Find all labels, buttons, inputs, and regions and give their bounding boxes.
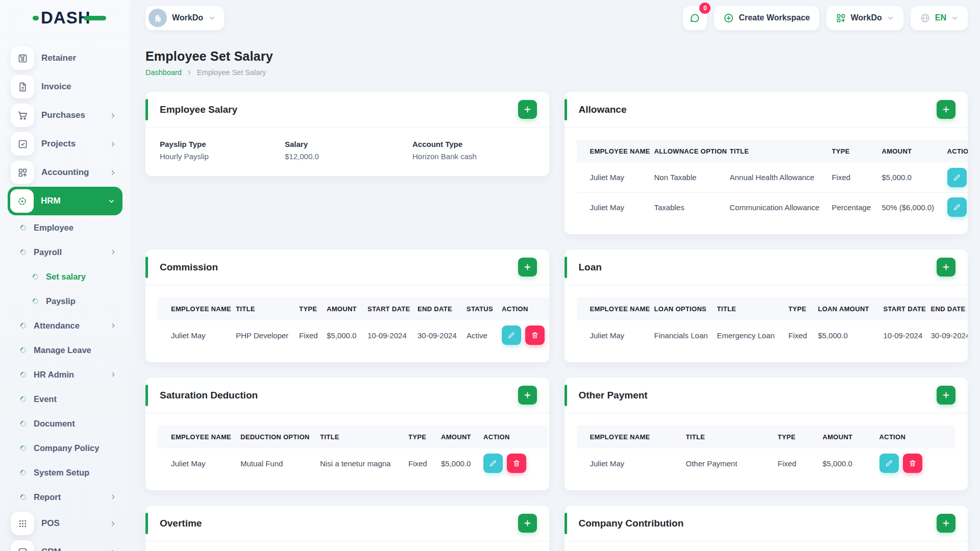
cards-grid: Employee Salary Payslip Type Hourly Pays… xyxy=(145,92,968,551)
bullet-icon xyxy=(19,395,27,403)
sidebar-item-manage-leave[interactable]: Manage Leave xyxy=(0,338,130,362)
status-text: Active xyxy=(467,320,502,350)
sidebar-item-event[interactable]: Event xyxy=(0,387,130,411)
sidebar-item-invoice[interactable]: Invoice xyxy=(0,72,130,101)
table-row: Juliet May Other Payment Fixed $5,000.0 xyxy=(577,448,955,478)
add-saturation-deduction-button[interactable] xyxy=(518,386,537,405)
sidebar-item-crm[interactable]: CRM xyxy=(0,538,130,551)
sidebar-item-employee[interactable]: Employee xyxy=(0,215,130,240)
chevron-right-icon xyxy=(110,322,117,329)
document-icon xyxy=(11,75,34,98)
breadcrumb-current: Employee Set Salary xyxy=(197,68,266,77)
add-overtime-button[interactable] xyxy=(518,514,537,533)
saturation-deduction-card: Saturation Deduction EMPLOYEE NAME DEDUC… xyxy=(145,378,549,490)
add-loan-button[interactable] xyxy=(937,258,955,277)
logo-text: DASH xyxy=(41,8,91,28)
breadcrumb-dashboard-link[interactable]: Dashboard xyxy=(145,68,182,77)
edit-button[interactable] xyxy=(483,454,503,473)
edit-button[interactable] xyxy=(947,168,967,187)
company-switcher[interactable]: WorkDo xyxy=(145,6,224,30)
sidebar-item-purchases[interactable]: Purchases xyxy=(0,101,130,130)
edit-button[interactable] xyxy=(502,325,521,345)
delete-button[interactable] xyxy=(903,454,922,473)
delete-button[interactable] xyxy=(525,325,545,345)
topbar: WorkDo 0 Create Workspace WorkDo xyxy=(145,0,968,36)
sidebar-item-hr-admin[interactable]: HR Admin xyxy=(0,362,130,387)
chevron-right-icon xyxy=(109,169,117,177)
add-other-payment-button[interactable] xyxy=(937,386,955,405)
card-accent-bar xyxy=(565,513,567,534)
edit-button[interactable] xyxy=(879,454,899,473)
messages-button[interactable]: 0 xyxy=(683,6,707,30)
chevron-right-icon xyxy=(109,520,117,528)
add-employee-salary-button[interactable] xyxy=(518,100,537,119)
company-avatar xyxy=(149,9,167,27)
card-accent-bar xyxy=(565,99,567,120)
edit-button[interactable] xyxy=(947,197,967,217)
check-square-icon xyxy=(11,132,34,156)
bullet-icon xyxy=(19,370,27,378)
table-header-row: EMPLOYEE NAME TITLE TYPE AMOUNT ACTION xyxy=(577,425,955,448)
logo-dash-icon xyxy=(33,16,39,20)
create-workspace-button[interactable]: Create Workspace xyxy=(714,6,819,30)
crm-icon xyxy=(11,540,34,551)
floppy-icon xyxy=(11,46,34,70)
table-row: Juliet May Mutual Fund Nisi a tenetur ma… xyxy=(158,448,548,478)
chevron-down-icon xyxy=(108,197,115,205)
card-title: Employee Salary xyxy=(160,104,518,115)
grid-plus-icon xyxy=(836,13,846,23)
bullet-icon xyxy=(19,321,27,329)
hrm-icon xyxy=(10,189,34,213)
chevron-right-icon xyxy=(110,493,117,500)
sidebar-item-attendance[interactable]: Attendance xyxy=(0,313,130,338)
chevron-down-icon xyxy=(887,14,894,22)
sidebar-nav: Retainer Invoice Purchases Projects xyxy=(0,36,130,551)
commission-table: EMPLOYEE NAME TITLE TYPE AMOUNT START DA… xyxy=(158,297,549,350)
card-accent-bar xyxy=(145,513,148,534)
card-title: Commission xyxy=(160,262,518,273)
table-header-row: EMPLOYEE NAME DEDUCTION OPTION TITLE TYP… xyxy=(158,425,548,448)
sidebar-item-accounting[interactable]: Accounting xyxy=(0,158,130,187)
chevron-right-icon xyxy=(186,69,192,76)
employee-salary-summary: Payslip Type Hourly Payslip Salary $12,0… xyxy=(145,128,549,176)
card-accent-bar xyxy=(565,257,567,278)
sidebar-item-pos[interactable]: POS xyxy=(0,509,130,538)
add-allowance-button[interactable] xyxy=(937,100,955,119)
card-title: Overtime xyxy=(160,518,518,529)
allowance-card: Allowance EMPLOYEE NAME ALLOWNACE OPTION… xyxy=(565,92,968,234)
chevron-right-icon xyxy=(109,112,117,119)
dots-grid-icon xyxy=(11,512,34,535)
bullet-icon xyxy=(19,248,27,256)
app-switcher[interactable]: WorkDo xyxy=(826,6,903,30)
page-title: Employee Set Salary xyxy=(145,49,968,64)
app-logo[interactable]: DASH xyxy=(0,0,130,36)
loan-table: EMPLOYEE NAME LOAN OPTIONS TITLE TYPE LO… xyxy=(577,297,968,350)
sidebar-item-report[interactable]: Report xyxy=(0,485,130,509)
language-selector[interactable]: EN xyxy=(911,6,968,30)
other-payment-card: Other Payment EMPLOYEE NAME TITLE TYPE A… xyxy=(565,378,968,490)
sidebar-item-document[interactable]: Document xyxy=(0,411,130,436)
delete-button[interactable] xyxy=(507,454,526,473)
chevron-right-icon xyxy=(110,248,117,256)
sidebar-item-payslip[interactable]: Payslip xyxy=(0,289,130,313)
sidebar-item-hrm[interactable]: HRM xyxy=(8,187,122,215)
table-row: Juliet May Financials Loan Emergency Loa… xyxy=(577,320,968,350)
sidebar-item-set-salary[interactable]: Set salary xyxy=(0,264,130,289)
sidebar-item-payroll[interactable]: Payroll xyxy=(0,240,130,264)
chat-icon xyxy=(689,12,701,24)
bullet-icon xyxy=(19,493,27,500)
add-company-contribution-button[interactable] xyxy=(937,514,955,533)
sidebar-item-system-setup[interactable]: System Setup xyxy=(0,460,130,485)
sidebar-item-projects[interactable]: Projects xyxy=(0,130,130,158)
card-title: Company Contribution xyxy=(579,518,937,529)
card-title: Loan xyxy=(579,262,937,273)
other-payment-table: EMPLOYEE NAME TITLE TYPE AMOUNT ACTION J… xyxy=(577,425,955,478)
bullet-icon xyxy=(19,419,27,427)
globe-icon xyxy=(920,13,930,23)
add-commission-button[interactable] xyxy=(518,258,537,277)
card-title: Allowance xyxy=(579,104,937,115)
card-accent-bar xyxy=(565,385,567,406)
card-accent-bar xyxy=(145,385,148,406)
sidebar-item-company-policy[interactable]: Company Policy xyxy=(0,436,130,460)
sidebar-item-retainer[interactable]: Retainer xyxy=(0,44,130,72)
